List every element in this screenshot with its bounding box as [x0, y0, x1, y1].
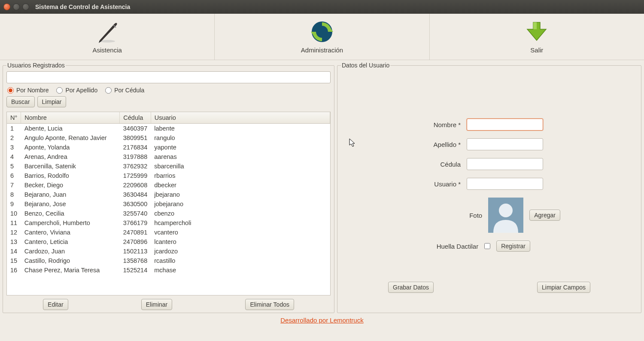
datos-usuario-panel: Datos del Usuario Nombre * Apellido * Cé…: [337, 62, 641, 313]
table-row[interactable]: 3Aponte, Yolanda2176834yaponte: [7, 143, 330, 152]
agregar-foto-button[interactable]: Agregar: [529, 210, 560, 221]
table-row[interactable]: 14Cardozo, Juan1502113jcardozo: [7, 247, 330, 256]
cell-cedula: 2209608: [120, 180, 151, 190]
buscar-button[interactable]: Buscar: [6, 96, 35, 107]
cell-usuario: dbecker: [151, 180, 330, 190]
col-nombre[interactable]: Nombre: [21, 112, 120, 124]
cell-cedula: 1525214: [120, 265, 151, 275]
radio-cedula-label: Por Cédula: [114, 87, 144, 94]
radio-nombre-input[interactable]: [7, 87, 14, 94]
cell-usuario: rangulo: [151, 133, 330, 143]
radio-apellido-label: Por Apellido: [65, 87, 97, 94]
table-row[interactable]: 12Cantero, Viviana2470891vcantero: [7, 228, 330, 237]
cell-nombre: Barrios, Rodolfo: [21, 171, 120, 180]
table-row[interactable]: 2Angulo Aponte, Renato Javier3809951rang…: [7, 133, 330, 143]
cell-nombre: Aponte, Yolanda: [21, 143, 120, 152]
cell-usuario: jobejarano: [151, 199, 330, 209]
cell-n: 11: [7, 218, 21, 228]
cell-nombre: Benzo, Cecilia: [21, 209, 120, 218]
table-row[interactable]: 9Bejarano, Jose3630500jobejarano: [7, 199, 330, 209]
col-cedula[interactable]: Cédula: [120, 112, 151, 124]
search-input[interactable]: [6, 71, 331, 83]
cell-cedula: 3630500: [120, 199, 151, 209]
cell-cedula: 3630484: [120, 190, 151, 199]
cell-n: 3: [7, 143, 21, 152]
cell-cedula: 3197888: [120, 152, 151, 161]
grabar-datos-button[interactable]: Grabar Datos: [388, 282, 434, 293]
radio-nombre[interactable]: Por Nombre: [7, 87, 49, 94]
cell-nombre: Cantero, Viviana: [21, 228, 120, 237]
eliminar-button[interactable]: Eliminar: [141, 299, 173, 310]
footer-link[interactable]: Desarrollado por Lemontruck: [280, 317, 363, 324]
apellido-field[interactable]: [467, 138, 543, 150]
sync-icon: [310, 20, 334, 44]
maximize-icon[interactable]: [22, 3, 29, 10]
cell-n: 2: [7, 133, 21, 143]
table-row[interactable]: 10Benzo, Cecilia3255740cbenzo: [7, 209, 330, 218]
cell-nombre: Cantero, Leticia: [21, 237, 120, 247]
usuarios-legend: Usuarios Registrados: [6, 62, 66, 69]
cell-usuario: jbejarano: [151, 190, 330, 199]
cell-n: 5: [7, 161, 21, 171]
cell-nombre: Chase Perez, Maria Teresa: [21, 265, 120, 275]
cell-cedula: 2470896: [120, 237, 151, 247]
toolbar-administracion[interactable]: Administración: [215, 14, 429, 60]
users-table-wrap[interactable]: N° Nombre Cédula Usuario 1Abente, Lucia3…: [6, 112, 331, 295]
footer: Desarrollado por Lemontruck: [0, 313, 644, 327]
cell-usuario: cbenzo: [151, 209, 330, 218]
radio-cedula[interactable]: Por Cédula: [105, 87, 144, 94]
toolbar-salir[interactable]: Salir: [430, 14, 644, 60]
cell-nombre: Barcenilla, Satenik: [21, 161, 120, 171]
limpiar-button[interactable]: Limpiar: [37, 96, 67, 107]
col-n[interactable]: N°: [7, 112, 21, 124]
close-icon[interactable]: [3, 3, 10, 10]
cell-n: 8: [7, 190, 21, 199]
window-title: Sistema de Control de Asistencia: [35, 3, 130, 10]
editar-button[interactable]: Editar: [43, 299, 68, 310]
table-row[interactable]: 1Abente, Lucia3460397labente: [7, 124, 330, 134]
titlebar: Sistema de Control de Asistencia: [0, 0, 644, 14]
cedula-field[interactable]: [467, 158, 543, 170]
cell-cedula: 2470891: [120, 228, 151, 237]
radio-apellido[interactable]: Por Apellido: [56, 87, 97, 94]
table-row[interactable]: 7Becker, Diego2209608dbecker: [7, 180, 330, 190]
cell-usuario: rcastillo: [151, 256, 330, 265]
table-row[interactable]: 13Cantero, Leticia2470896lcantero: [7, 237, 330, 247]
limpiar-campos-button[interactable]: Limpiar Campos: [537, 282, 590, 293]
radio-nombre-label: Por Nombre: [16, 87, 49, 94]
radio-cedula-input[interactable]: [105, 87, 112, 94]
cell-usuario: sbarcenilla: [151, 161, 330, 171]
table-row[interactable]: 8Bejarano, Juan3630484jbejarano: [7, 190, 330, 199]
usuario-field[interactable]: [467, 178, 543, 190]
radio-apellido-input[interactable]: [56, 87, 63, 94]
table-row[interactable]: 11Campercholi, Humberto3766179hcampercho…: [7, 218, 330, 228]
minimize-icon[interactable]: [13, 3, 20, 10]
huella-checkbox[interactable]: [484, 243, 490, 249]
usuarios-registrados-panel: Usuarios Registrados Por Nombre Por Apel…: [3, 62, 334, 313]
eliminar-todos-button[interactable]: Eliminar Todos: [245, 299, 294, 310]
cell-usuario: labente: [151, 124, 330, 134]
nombre-field[interactable]: [467, 119, 543, 131]
cell-cedula: 1725999: [120, 171, 151, 180]
cell-nombre: Castillo, Rodrigo: [21, 256, 120, 265]
datos-legend: Datos del Usuario: [341, 62, 390, 69]
cell-cedula: 3762932: [120, 161, 151, 171]
col-usuario[interactable]: Usuario: [151, 112, 330, 124]
table-row[interactable]: 5Barcenilla, Satenik3762932sbarcenilla: [7, 161, 330, 171]
cell-n: 4: [7, 152, 21, 161]
table-row[interactable]: 15Castillo, Rodrigo1358768rcastillo: [7, 256, 330, 265]
registrar-button[interactable]: Registrar: [496, 241, 530, 252]
cell-cedula: 1358768: [120, 256, 151, 265]
exit-arrow-icon: [525, 20, 549, 44]
table-row[interactable]: 4Arenas, Andrea3197888aarenas: [7, 152, 330, 161]
toolbar-asistencia[interactable]: Asistencia: [0, 14, 215, 60]
cell-cedula: 1502113: [120, 247, 151, 256]
cell-usuario: vcantero: [151, 228, 330, 237]
cell-n: 13: [7, 237, 21, 247]
cell-cedula: 3809951: [120, 133, 151, 143]
cell-usuario: mchase: [151, 265, 330, 275]
table-row[interactable]: 6Barrios, Rodolfo1725999rbarrios: [7, 171, 330, 180]
cell-nombre: Campercholi, Humberto: [21, 218, 120, 228]
cell-nombre: Cardozo, Juan: [21, 247, 120, 256]
table-row[interactable]: 16Chase Perez, Maria Teresa1525214mchase: [7, 265, 330, 275]
